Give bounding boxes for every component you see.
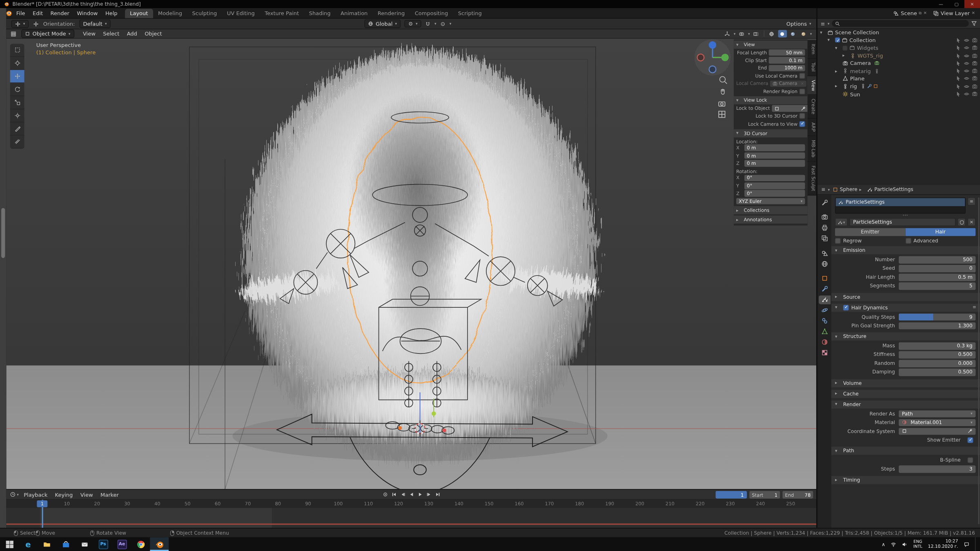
panel-collections[interactable]: ▸Collections bbox=[734, 206, 808, 214]
store-taskbar-icon[interactable] bbox=[56, 537, 75, 551]
navigation-gizmo[interactable] bbox=[695, 39, 731, 76]
panel-timing[interactable]: ▸Timing bbox=[831, 476, 980, 484]
edge-taskbar-icon[interactable]: e bbox=[19, 537, 38, 551]
hair-length-slider[interactable]: 0.5 m bbox=[899, 273, 976, 281]
render-visibility-icon[interactable] bbox=[972, 76, 978, 82]
move-tool[interactable] bbox=[10, 70, 24, 83]
local-camera-field[interactable]: Camera✕ bbox=[770, 80, 806, 87]
stiffness-slider[interactable]: 0.500 bbox=[899, 351, 976, 358]
rotate-tool[interactable] bbox=[10, 83, 24, 96]
jump-to-end-button[interactable] bbox=[434, 491, 442, 499]
panel-volume[interactable]: ▸Volume bbox=[831, 379, 980, 387]
selectable-icon[interactable] bbox=[956, 76, 961, 82]
tab-texture[interactable] bbox=[818, 348, 830, 357]
scene-unlink-icon[interactable]: ✕ bbox=[924, 11, 927, 16]
action-center-icon[interactable] bbox=[964, 541, 969, 547]
selectable-icon[interactable] bbox=[956, 38, 961, 43]
auto-keying-button[interactable] bbox=[381, 491, 390, 499]
list-resize-grip[interactable]: ••• bbox=[835, 213, 976, 217]
tab-scene[interactable] bbox=[818, 249, 830, 258]
show-emitter-checkbox[interactable] bbox=[967, 437, 973, 443]
hair-dynamics-checkbox[interactable] bbox=[843, 304, 849, 310]
timeline-ruler[interactable]: 1020304050607080901001101201301401501601… bbox=[6, 500, 816, 508]
particle-specials-button[interactable]: ≡ bbox=[967, 198, 976, 206]
proportional-editing-icon[interactable] bbox=[440, 21, 446, 27]
render-visibility-icon[interactable] bbox=[972, 68, 978, 74]
explorer-taskbar-icon[interactable] bbox=[38, 537, 56, 551]
coordinate-system-field[interactable] bbox=[899, 428, 976, 435]
tab-output[interactable] bbox=[818, 223, 830, 232]
panel-cache[interactable]: ▸Cache bbox=[831, 389, 980, 398]
breadcrumb-settings[interactable]: ParticleSettings bbox=[874, 187, 913, 193]
hide-eye-icon[interactable] bbox=[964, 91, 969, 97]
panel-structure[interactable]: ▾Structure bbox=[831, 332, 980, 340]
timeline-editor-caret[interactable]: ▾ bbox=[17, 493, 19, 496]
show-overlays-button[interactable] bbox=[737, 30, 746, 37]
view-layer-unlink-icon[interactable]: ✕ bbox=[971, 11, 975, 16]
hide-eye-icon[interactable] bbox=[964, 60, 969, 66]
render-visibility-icon[interactable] bbox=[972, 53, 978, 58]
hide-eye-icon[interactable] bbox=[964, 45, 969, 51]
network-icon[interactable] bbox=[891, 541, 897, 547]
material-dropdown[interactable]: Material.001▾ bbox=[899, 419, 976, 426]
cursor-loc-z[interactable]: 0 m bbox=[744, 160, 805, 167]
cursor-rot-x[interactable]: 0° bbox=[744, 175, 805, 181]
timeline-menu-item[interactable]: Playback bbox=[20, 490, 51, 499]
workspace-tab[interactable]: Animation bbox=[336, 9, 373, 18]
play-button[interactable] bbox=[416, 491, 424, 499]
properties-scrollbar[interactable] bbox=[978, 198, 980, 524]
outliner-row-scene-collection[interactable]: ▾ Scene Collection bbox=[817, 29, 980, 36]
panel-path[interactable]: ▾Path bbox=[831, 447, 980, 455]
render-visibility-icon[interactable] bbox=[972, 91, 978, 97]
hide-eye-icon[interactable] bbox=[964, 68, 969, 74]
widgets-checkbox[interactable] bbox=[842, 45, 847, 50]
tab-modifiers[interactable] bbox=[818, 284, 830, 293]
tab-object[interactable] bbox=[818, 274, 830, 283]
shading-solid-button[interactable] bbox=[778, 30, 787, 37]
gizmo-neg-z-axis[interactable] bbox=[709, 66, 716, 73]
topbar-menu-item[interactable]: Window bbox=[73, 9, 102, 17]
panel-render[interactable]: ▾Render bbox=[831, 400, 980, 408]
mass-slider[interactable]: 0.3 kg bbox=[899, 342, 976, 350]
xray-toggle-button[interactable] bbox=[752, 30, 760, 37]
selectable-icon[interactable] bbox=[956, 68, 961, 74]
workspace-tab[interactable]: Texture Paint bbox=[260, 9, 304, 18]
workspace-tab[interactable]: Rendering bbox=[373, 9, 410, 18]
tab-object-data[interactable] bbox=[818, 327, 830, 336]
outliner-row-collection[interactable]: ▾ Collection bbox=[817, 36, 980, 44]
topbar-menu-item[interactable]: File bbox=[13, 9, 29, 17]
volume-icon[interactable] bbox=[902, 541, 908, 547]
view-layer-selector[interactable]: View Layer ✕ bbox=[933, 10, 975, 16]
render-visibility-icon[interactable] bbox=[972, 38, 978, 43]
outliner-row-rig[interactable]: ▸ rig bbox=[817, 82, 980, 90]
selectable-icon[interactable] bbox=[956, 53, 961, 58]
editor-type-icon[interactable] bbox=[11, 31, 16, 37]
filter-icon[interactable] bbox=[971, 21, 977, 27]
scene-selector[interactable]: Scene ⧉ ✕ bbox=[893, 10, 927, 16]
viewport-menu-item[interactable]: Object bbox=[141, 29, 166, 38]
cursor-loc-x[interactable]: 0 m bbox=[744, 144, 805, 151]
next-keyframe-button[interactable] bbox=[425, 491, 433, 499]
particle-id-type-button[interactable]: ▾ bbox=[835, 218, 848, 226]
shading-wireframe-button[interactable] bbox=[768, 30, 776, 37]
overlays-dropdown-caret[interactable]: ▾ bbox=[748, 32, 750, 36]
panel-source[interactable]: ▸Source bbox=[831, 293, 980, 301]
steps-slider[interactable]: 3 bbox=[899, 465, 976, 473]
shading-rendered-button[interactable] bbox=[800, 30, 808, 37]
workspace-tab[interactable]: Sculpting bbox=[187, 9, 222, 18]
selectable-icon[interactable] bbox=[956, 84, 961, 89]
rotation-mode-dropdown[interactable]: XYZ Euler▾ bbox=[736, 198, 805, 204]
tab-material[interactable] bbox=[818, 338, 830, 347]
outliner-row-wgts-rig[interactable]: ▸ WGTS_rig bbox=[817, 52, 980, 60]
render-visibility-icon[interactable] bbox=[972, 84, 978, 89]
n-panel-tab[interactable]: Create bbox=[808, 95, 816, 119]
lock-to-object-field[interactable] bbox=[772, 105, 808, 112]
panel-3d-cursor[interactable]: ▾3D Cursor bbox=[734, 129, 808, 137]
cursor-loc-y[interactable]: 0 m bbox=[744, 152, 805, 159]
current-frame-field[interactable]: 1 bbox=[716, 491, 747, 498]
n-panel-tab[interactable]: Fast Sculpt bbox=[808, 162, 816, 196]
viewport-canvas[interactable] bbox=[6, 39, 816, 489]
outliner-row-widgets[interactable]: ▾ Widgets bbox=[817, 44, 980, 52]
tab-particles[interactable] bbox=[818, 295, 830, 304]
panel-view[interactable]: ▾View bbox=[734, 40, 808, 49]
